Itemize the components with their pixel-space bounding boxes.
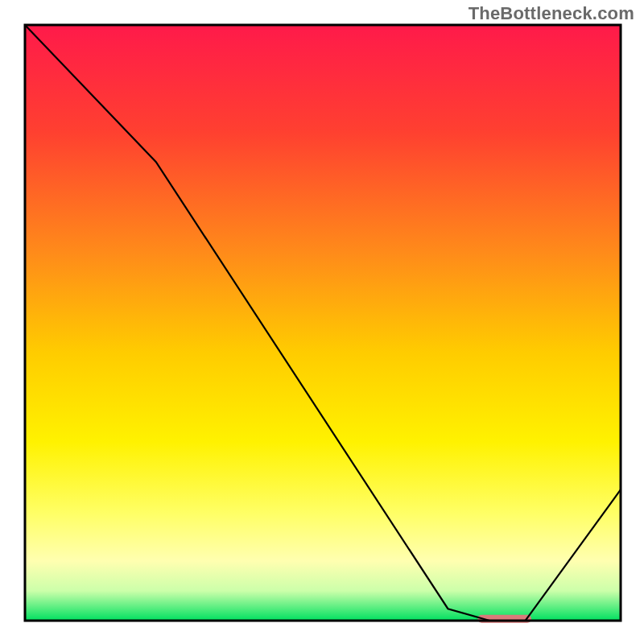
bottleneck-chart: [0, 0, 644, 644]
chart-container: TheBottleneck.com: [0, 0, 644, 644]
watermark-text: TheBottleneck.com: [469, 3, 634, 24]
plot-background: [25, 25, 621, 621]
